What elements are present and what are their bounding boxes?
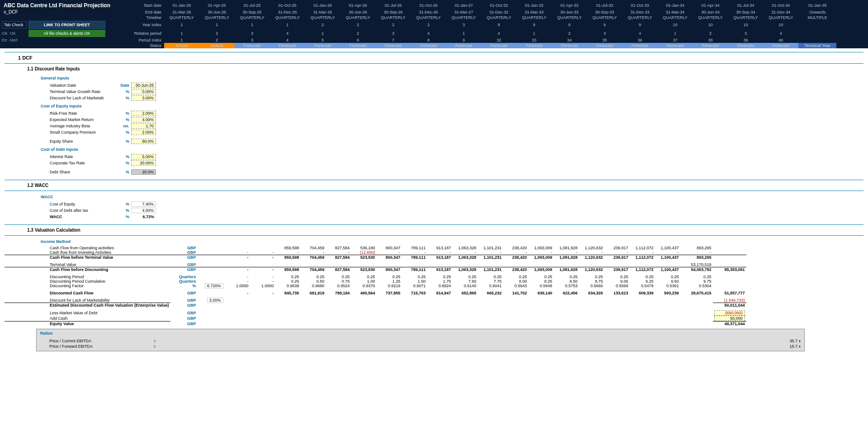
section-valuation: 1.3 Valuation Calculation — [5, 226, 863, 234]
row-tv: Terminal ValueGBP 53,170,518 — [5, 262, 746, 267]
equity-share-input[interactable]: 80.0% — [131, 139, 156, 144]
group-cost-debt: Cost of Debt Inputs — [5, 145, 863, 154]
row-ev: Estimated Discounted Cash Flow Valuation… — [5, 303, 746, 308]
dlom-used: 3.00% — [207, 298, 223, 303]
row-cftv: Cash Flow before Terminal ValueGBP --859… — [5, 255, 746, 260]
valuation-table: Cash Flow from Operating activitiesGBP 8… — [5, 246, 746, 326]
interest-rate-input[interactable]: 5.00% — [131, 154, 156, 159]
row-addcash: Add CashGBP 50,000 — [5, 316, 746, 322]
ratios-box: Ratios Price / Current EBITDAx35.7 x Pri… — [36, 329, 805, 351]
pce-value: 35.7 x — [789, 339, 801, 343]
rfr-input[interactable]: 2.00% — [131, 111, 156, 116]
wacc-output: 6.72% — [131, 214, 156, 219]
debt-share-output: 20.0% — [131, 169, 156, 175]
section-dcf: 1 DCF — [5, 53, 863, 62]
lmvd-input[interactable]: (690,000) — [714, 310, 745, 316]
dlom-input[interactable]: 3.00% — [131, 95, 156, 101]
valuation-date-input[interactable]: 30-Jun-25 — [131, 83, 156, 88]
tvgr-input[interactable]: 0.00% — [131, 89, 156, 94]
row-df: Discounting Factor%6.720% 1.00001.00000.… — [5, 284, 746, 288]
group-general-inputs: General Inputs — [5, 73, 863, 82]
section-discount-inputs: 1.1 Discount Rate Inputs — [5, 65, 863, 73]
row-dcf: Discounted Cash FlowGBP --845,735681,919… — [5, 291, 746, 295]
coe-output: 7.40% — [131, 201, 156, 207]
row-cfo: Cash Flow from Operating activitiesGBP 8… — [5, 246, 746, 250]
row-lmvd: Less Market Value of DebtGBP (690,000) — [5, 310, 746, 316]
link-front-sheet-button[interactable]: LINK TO FRONT SHEET — [28, 21, 105, 29]
row-dlom: Discount for Lack of MarketabilityGBP3.0… — [5, 298, 746, 303]
row-cfbd: Cash Flow before DiscountingGBP --859,59… — [5, 267, 746, 272]
section-wacc: 1.2 WACC — [5, 181, 863, 190]
row-cfi: Cash flow from Investing ActivitiesGBP -… — [5, 250, 746, 255]
tax-rate-input[interactable]: 20.00% — [131, 160, 156, 166]
addcash-input[interactable]: 50,000 — [714, 316, 745, 321]
emr-input[interactable]: 4.00% — [131, 117, 156, 122]
scp-input[interactable]: 2.00% — [131, 130, 156, 135]
pfe-value: 15.7 x — [789, 344, 801, 349]
model-title: ABC Data Centre Ltd Financial Projection — [0, 2, 118, 9]
file-checks-status: All file checks & alerts OK — [28, 30, 105, 37]
codat-output: 4.00% — [131, 208, 156, 213]
sheet-name: o_DCF — [0, 9, 118, 15]
status-row: Status Actual Actual Forecast Forecast F… — [0, 43, 868, 48]
group-cost-equity: Cost of Equity Inputs — [5, 101, 863, 110]
beta-input[interactable]: 1.70 — [131, 123, 156, 129]
row-dpc: Discounting Period CumulativeQuarters --… — [5, 279, 746, 284]
model-header: ABC Data Centre Ltd Financial Projection… — [0, 0, 868, 48]
row-equity-value: Equity ValueGBP 49,371,044 — [5, 322, 746, 326]
row-dp: Discounting PeriodQuarters --0.250.250.2… — [5, 275, 746, 279]
tab-check-label: Tab Check — [2, 21, 27, 28]
wacc-used: 6.720% — [205, 283, 223, 289]
